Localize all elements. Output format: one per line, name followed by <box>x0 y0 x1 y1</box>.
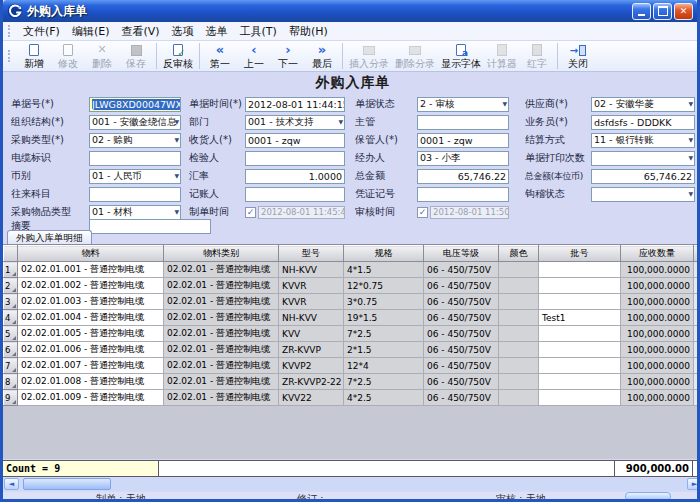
cell-category[interactable]: 02.02.01 - 普通控制电缆 <box>164 374 279 390</box>
cell-category[interactable]: 02.02.01 - 普通控制电缆 <box>164 262 279 278</box>
settle-method-select[interactable]: 11 - 银行转账▼ <box>591 133 695 148</box>
voucher-mark-input[interactable] <box>417 187 509 202</box>
inspector-input[interactable] <box>245 151 345 166</box>
receiver-input[interactable]: 0001 - zqw <box>245 133 345 148</box>
cell-qty[interactable]: 100,000.0000 <box>621 374 694 390</box>
row-header[interactable]: 4 <box>4 310 18 326</box>
cell-voltage[interactable]: 06 - 450/750V <box>424 342 499 358</box>
cell-spec[interactable]: 4*2.5 <box>344 390 424 406</box>
cell-qty[interactable]: 100,000.0000 <box>621 326 694 342</box>
cell-model[interactable]: KVV22 <box>279 390 344 406</box>
total-amount-base-input[interactable]: 65,746.22 <box>591 169 695 184</box>
org-select[interactable]: 001 - 安徽金绕信息▼ <box>89 115 181 130</box>
scroll-left-button[interactable]: ◄ <box>4 478 19 490</box>
cell-qty[interactable]: 100,000.0000 <box>621 310 694 326</box>
first-record-button[interactable]: « 第一 <box>203 43 237 69</box>
purchase-type-select[interactable]: 02 - 赊购▼ <box>89 133 181 148</box>
cell-material[interactable]: 02.02.01.003 - 普通控制电缆 <box>18 294 164 310</box>
red-ink-button[interactable]: 红字 <box>520 43 554 69</box>
cell-batch[interactable]: Test1 <box>539 310 621 326</box>
cell-color[interactable] <box>499 294 539 310</box>
menu-tools[interactable]: 工具(T) <box>234 23 283 40</box>
modify-button[interactable]: 修改 <box>51 43 85 69</box>
row-header[interactable]: 5 <box>4 326 18 342</box>
cell-voltage[interactable]: 06 - 450/750V <box>424 374 499 390</box>
cell-qty[interactable]: 100,000.0000 <box>621 262 694 278</box>
minimize-button[interactable] <box>632 3 651 20</box>
menu-view[interactable]: 查看(V) <box>115 23 165 40</box>
horizontal-scrollbar[interactable]: ◄ ► <box>3 478 700 491</box>
cell-batch[interactable] <box>539 278 621 294</box>
menu-edit[interactable]: 编辑(E) <box>66 23 116 40</box>
cell-voltage[interactable]: 06 - 450/750V <box>424 326 499 342</box>
cell-qty[interactable]: 100,000.0000 <box>621 294 694 310</box>
currency-select[interactable]: 01 - 人民币▼ <box>89 169 181 184</box>
cell-color[interactable] <box>499 262 539 278</box>
cell-qty[interactable]: 100,000.0000 <box>621 358 694 374</box>
menu-help[interactable]: 帮助(H) <box>283 23 334 40</box>
tab-detail[interactable]: 外购入库单明细 <box>7 230 92 245</box>
check-status-select[interactable]: ▼ <box>591 187 695 202</box>
cell-model[interactable]: NH-KVV <box>279 262 344 278</box>
cell-model[interactable]: KVVP2 <box>279 358 344 374</box>
cell-model[interactable]: KVVR <box>279 278 344 294</box>
cell-category[interactable]: 02.02.01 - 普通控制电缆 <box>164 294 279 310</box>
row-header[interactable]: 1 <box>4 262 18 278</box>
cell-model[interactable]: ZR-KVVP2-22 <box>279 374 344 390</box>
cell-material[interactable]: 02.02.01.002 - 普通控制电缆 <box>18 278 164 294</box>
supplier-select[interactable]: 02 - 安徽华菱▼ <box>591 97 695 112</box>
calculator-button[interactable]: 计算器 <box>484 43 520 69</box>
cell-batch[interactable] <box>539 390 621 406</box>
cell-qty[interactable]: 100,000.0000 <box>621 278 694 294</box>
scrollbar-thumb[interactable] <box>23 478 111 490</box>
keeper-input[interactable]: 0001 - zqw <box>417 133 509 148</box>
close-form-button[interactable]: → 关闭 <box>561 43 595 69</box>
maximize-button[interactable] <box>653 3 672 20</box>
show-font-button[interactable]: a 显示字体 <box>438 43 484 69</box>
cell-voltage[interactable]: 06 - 450/750V <box>424 262 499 278</box>
bill-time-input[interactable]: 2012-08-01 11:44:15 <box>245 97 345 112</box>
cell-model[interactable]: NH-KVV <box>279 310 344 326</box>
cell-material[interactable]: 02.02.01.008 - 普通控制电缆 <box>18 374 164 390</box>
cell-voltage[interactable]: 06 - 450/750V <box>424 310 499 326</box>
row-header[interactable]: 8 <box>4 374 18 390</box>
row-header[interactable]: 6 <box>4 342 18 358</box>
cell-material[interactable]: 02.02.01.005 - 普通控制电缆 <box>18 326 164 342</box>
cell-batch[interactable] <box>539 326 621 342</box>
cell-color[interactable] <box>499 358 539 374</box>
cell-model[interactable]: KVVR <box>279 294 344 310</box>
cell-spec[interactable]: 4*1.5 <box>344 262 424 278</box>
cell-material[interactable]: 02.02.01.007 - 普通控制电缆 <box>18 358 164 374</box>
row-header[interactable]: 7 <box>4 358 18 374</box>
bill-no-input[interactable]: JLWG8XD00047WX <box>89 97 181 112</box>
row-header[interactable]: 2 <box>4 278 18 294</box>
cell-category[interactable]: 02.02.01 - 普通控制电缆 <box>164 310 279 326</box>
checkbox-checked-icon[interactable]: ✓ <box>417 207 428 218</box>
unaudit-button[interactable]: ✓ 反审核 <box>160 43 196 69</box>
cell-color[interactable] <box>499 342 539 358</box>
manager-input[interactable] <box>417 115 509 130</box>
cell-qty[interactable]: 100,000.0000 <box>621 342 694 358</box>
prev-record-button[interactable]: ‹ 上一 <box>237 43 271 69</box>
menu-select-bill[interactable]: 选单 <box>200 23 234 40</box>
cell-color[interactable] <box>499 310 539 326</box>
menu-options[interactable]: 选项 <box>166 23 200 40</box>
save-button[interactable]: 保存 <box>119 43 153 69</box>
cell-category[interactable]: 02.02.01 - 普通控制电缆 <box>164 390 279 406</box>
cell-spec[interactable]: 12*4 <box>344 358 424 374</box>
cell-color[interactable] <box>499 278 539 294</box>
menu-file[interactable]: 文件(F) <box>17 23 66 40</box>
cell-spec[interactable]: 2*1.5 <box>344 342 424 358</box>
cell-category[interactable]: 02.02.01 - 普通控制电缆 <box>164 358 279 374</box>
agent-input[interactable]: 03 - 小李 <box>417 151 509 166</box>
cell-spec[interactable]: 19*1.5 <box>344 310 424 326</box>
salesman-input[interactable]: dsfdsfs - DDDKK <box>591 115 695 130</box>
cell-material[interactable]: 02.02.01.009 - 普通控制电缆 <box>18 390 164 406</box>
insert-entry-button[interactable]: 插入分录 <box>346 43 392 69</box>
item-type-select[interactable]: 01 - 材料▼ <box>89 205 181 220</box>
print-count-select[interactable]: ▼ <box>591 151 695 166</box>
row-header[interactable]: 9 <box>4 390 18 406</box>
last-record-button[interactable]: » 最后 <box>305 43 339 69</box>
cell-category[interactable]: 02.02.01 - 普通控制电缆 <box>164 326 279 342</box>
cell-spec[interactable]: 3*0.75 <box>344 294 424 310</box>
